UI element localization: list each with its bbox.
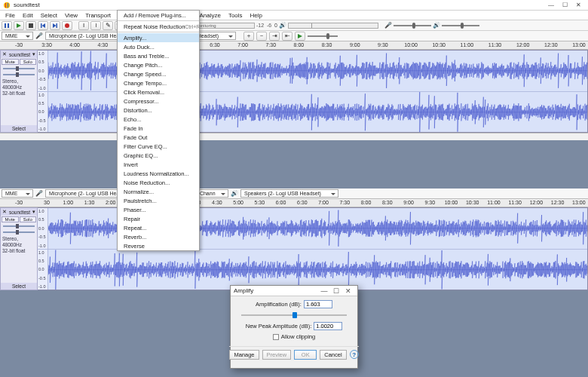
play-volume-slider[interactable] (442, 25, 479, 26)
play-vol-icon: 🔊 (433, 22, 440, 29)
time-ruler-2[interactable]: -30 301:001:302:002:303:003:304:004:305:… (0, 199, 588, 207)
menu-item-noise-reduction[interactable]: Noise Reduction... (118, 178, 199, 187)
fit-project-button[interactable]: ⇤ (282, 32, 292, 41)
menu-item-normalize[interactable]: Normalize... (118, 187, 199, 196)
cancel-button[interactable]: Cancel (320, 350, 346, 360)
menu-help[interactable]: Help (247, 11, 266, 20)
menu-tools[interactable]: Tools (225, 11, 247, 20)
track-control-panel[interactable]: ✕soundtest▾ MuteSolo Stereo, 48000Hz32-b… (0, 50, 38, 133)
menu-item-filter-curve[interactable]: Filter Curve EQ... (118, 142, 199, 151)
dialog-maximize-button[interactable]: ☐ (330, 287, 342, 295)
play-meter-icon: 🔊 (279, 22, 286, 29)
amplify-dialog: Amplify — ☐ ✕ Amplification (dB): New Pe… (230, 285, 358, 369)
maximize-button[interactable]: ☐ (558, 1, 571, 10)
ruler-origin-2: -30 (0, 199, 38, 207)
time-ruler[interactable]: -30 3:304:004:305:005:306:006:307:007:30… (0, 41, 588, 50)
menu-item-repair[interactable]: Repair (118, 214, 199, 223)
menu-item-reverse[interactable]: Reverse (118, 241, 199, 250)
menu-item-fade-in[interactable]: Fade In (118, 124, 199, 133)
menu-bar: File Edit Select View Transport Tracks G… (0, 11, 588, 20)
audio-host-combo[interactable]: MME (2, 32, 33, 40)
track-format-info: Stereo, 48000Hz32-bit float (1, 78, 37, 97)
solo-button-2[interactable]: Solo (20, 216, 37, 222)
menu-edit[interactable]: Edit (19, 11, 37, 20)
dialog-minimize-button[interactable]: — (318, 287, 330, 295)
track-select-label[interactable]: Select (12, 126, 26, 131)
menu-file[interactable]: File (2, 11, 19, 20)
menu-item-reverb[interactable]: Reverb... (118, 232, 199, 241)
play-button[interactable] (14, 21, 24, 30)
track-name-2[interactable]: soundtest (9, 210, 30, 215)
menu-item-amplify[interactable]: Amplify... (118, 33, 199, 42)
track-select-label-2[interactable]: Select (12, 284, 26, 289)
skip-start-button[interactable] (38, 21, 48, 30)
menu-item-change-tempo[interactable]: Change Tempo... (118, 78, 199, 87)
menu-item-repeat-last[interactable]: Repeat Noise ReductionCtrl+R (118, 22, 199, 31)
help-button[interactable]: ? (350, 350, 359, 359)
amplification-input[interactable] (304, 300, 332, 308)
audio-host-combo-2[interactable]: MME (2, 189, 33, 198)
solo-button[interactable]: Solo (20, 59, 37, 65)
amplification-slider[interactable] (241, 311, 347, 319)
channel-right-2[interactable]: 1.00.50.0-0.5-1.0 (38, 250, 587, 290)
menu-item-auto-duck[interactable]: Auto Duck... (118, 42, 199, 51)
zoom-out-button[interactable]: － (256, 32, 267, 41)
minimize-button[interactable]: — (544, 1, 558, 10)
menu-item-repeat[interactable]: Repeat... (118, 223, 199, 232)
close-button[interactable]: ✕ (571, 1, 585, 10)
tool-envelope[interactable]: ≀ (90, 21, 101, 30)
device-toolbar: MME 🎤 Microphone (2- Logi USB Headset er… (0, 31, 588, 41)
manage-button[interactable]: Manage (229, 350, 259, 360)
track-control-panel-2[interactable]: ✕soundtest▾ MuteSolo Stereo, 48000Hz32-b… (0, 207, 38, 290)
gain-slider[interactable] (3, 68, 35, 69)
menu-item-change-pitch[interactable]: Change Pitch... (118, 60, 199, 69)
rec-volume-slider[interactable] (394, 25, 431, 26)
mute-button-2[interactable]: Mute (2, 216, 19, 222)
tool-draw[interactable]: ✎ (103, 21, 113, 30)
gain-slider-2[interactable] (3, 225, 35, 227)
menu-item-add-remove-plugins[interactable]: Add / Remove Plug-ins... (118, 11, 199, 20)
new-peak-input[interactable] (314, 322, 342, 330)
svg-rect-7 (41, 23, 42, 28)
track-name[interactable]: soundtest (9, 52, 30, 57)
skip-end-button[interactable] (50, 21, 60, 30)
menu-item-echo[interactable]: Echo... (118, 115, 199, 124)
menu-analyze[interactable]: Analyze (195, 11, 224, 20)
pan-slider[interactable] (3, 74, 35, 75)
fit-selection-button[interactable]: ⇥ (269, 32, 280, 41)
menu-item-loudness-norm[interactable]: Loudness Normalization... (118, 169, 199, 178)
dialog-titlebar[interactable]: Amplify — ☐ ✕ (231, 286, 357, 296)
menu-item-bass-treble[interactable]: Bass and Treble... (118, 51, 199, 60)
record-button[interactable] (62, 21, 72, 30)
menu-item-distortion[interactable]: Distortion... (118, 106, 199, 115)
menu-item-phaser[interactable]: Phaser... (118, 205, 199, 214)
menu-item-graphic-eq[interactable]: Graphic EQ... (118, 151, 199, 160)
preview-button[interactable]: Preview (262, 350, 292, 360)
play-at-speed-button[interactable] (295, 32, 305, 41)
dialog-close-button[interactable]: ✕ (342, 287, 354, 295)
allow-clipping-label: Allow clipping (281, 333, 315, 340)
mute-button[interactable]: Mute (2, 59, 19, 65)
output-device-combo-2[interactable]: Speakers (2- Logi USB Headset) (240, 189, 338, 198)
menu-item-paulstretch[interactable]: Paulstretch... (118, 196, 199, 205)
ok-button[interactable]: OK (294, 350, 317, 360)
playback-speed-slider[interactable] (308, 35, 338, 37)
pause-button[interactable] (2, 21, 12, 30)
menu-item-invert[interactable]: Invert (118, 160, 199, 169)
menu-item-fade-out[interactable]: Fade Out (118, 133, 199, 142)
menu-view[interactable]: View (61, 11, 81, 20)
stop-button[interactable] (26, 21, 36, 30)
menu-item-change-speed[interactable]: Change Speed... (118, 69, 199, 78)
track-menu-chevron-icon[interactable]: ▾ (32, 51, 35, 57)
zoom-in-button[interactable]: ＋ (243, 32, 254, 41)
menu-select[interactable]: Select (37, 11, 61, 20)
track-menu-chevron-icon-2[interactable]: ▾ (32, 209, 35, 215)
menu-item-click-removal[interactable]: Click Removal... (118, 87, 199, 97)
tool-selection[interactable]: I (78, 21, 89, 30)
pan-slider-2[interactable] (3, 231, 35, 233)
playback-meter[interactable] (288, 23, 378, 29)
menu-item-compressor[interactable]: Compressor... (118, 97, 199, 106)
svg-point-11 (65, 23, 69, 28)
allow-clipping-checkbox[interactable]: Allow clipping (273, 333, 315, 340)
menu-transport[interactable]: Transport (81, 11, 115, 20)
